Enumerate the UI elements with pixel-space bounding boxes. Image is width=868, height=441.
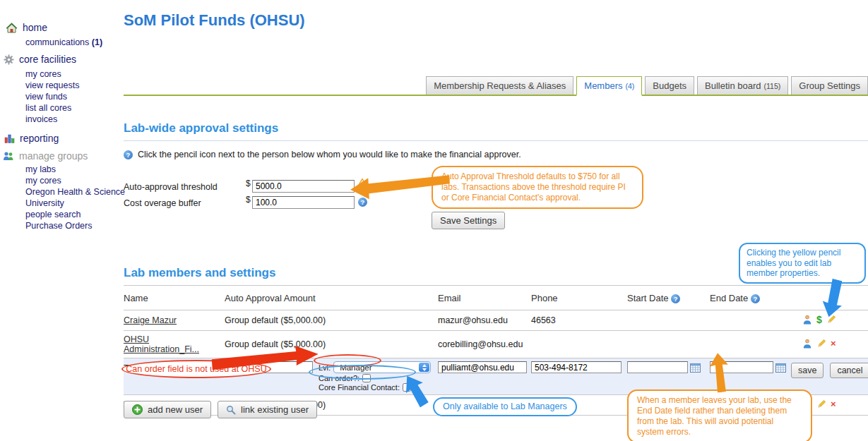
sidebar-item-manage-groups[interactable]: manage groups xyxy=(3,150,88,162)
reporting-label: reporting xyxy=(20,133,59,144)
sidebar-item-my-cores-2[interactable]: my cores xyxy=(25,175,126,186)
dollar-icon[interactable]: $ xyxy=(816,314,822,325)
save-button[interactable]: save xyxy=(791,363,824,378)
can-order-checkbox[interactable] xyxy=(362,374,371,382)
approval-help-text: Click the pencil icon next to the person… xyxy=(138,150,521,159)
tab-label: Group Settings xyxy=(799,77,860,95)
tab-label: Membership Requests & Aliases xyxy=(434,77,566,95)
home-icon xyxy=(6,23,18,33)
calendar-icon[interactable] xyxy=(775,363,786,373)
tab-count: (115) xyxy=(764,78,781,95)
link-existing-user-button[interactable]: link existing user xyxy=(218,401,317,418)
core-facilities-label: core facilities xyxy=(19,54,76,65)
member-email: mazur@ohsu.edu xyxy=(438,310,531,331)
tab-label: Members xyxy=(584,77,622,95)
sidebar-item-invoices[interactable]: invoices xyxy=(25,114,126,125)
cancel-button[interactable]: cancel xyxy=(830,363,868,378)
select-stepper-icon xyxy=(419,363,429,372)
sidebar-item-people-search[interactable]: people search xyxy=(25,209,126,220)
tab-budgets[interactable]: Budgets xyxy=(645,76,694,95)
person-icon xyxy=(802,315,812,325)
tab-bar: Membership Requests & Aliases Members(4)… xyxy=(124,76,868,96)
sidebar-item-home[interactable]: home xyxy=(6,22,47,33)
delete-icon[interactable]: × xyxy=(831,399,836,409)
col-phone: Phone xyxy=(531,288,627,310)
pencil-icon[interactable] xyxy=(826,315,836,325)
lab-managers-callout: Only available to Lab Managers xyxy=(433,397,577,416)
threshold-callout: Auto Approval Threshold defaults to $750… xyxy=(432,166,643,209)
tab-count: (4) xyxy=(626,78,635,95)
currency-symbol: $ xyxy=(246,195,251,205)
manage-groups-label: manage groups xyxy=(19,150,88,162)
warning-icon xyxy=(357,178,368,191)
sidebar-item-ohsu[interactable]: Oregon Health & Science University xyxy=(25,186,126,209)
sidebar-item-core-facilities[interactable]: core facilities xyxy=(4,54,76,65)
col-name: Name xyxy=(124,288,225,310)
start-date-input[interactable] xyxy=(627,361,688,373)
col-end-date: End Date ? xyxy=(710,288,791,310)
tab-label: Bulletin board xyxy=(705,77,761,95)
can-order-callout: Can order field is not used at OHSU xyxy=(121,360,271,378)
tab-members[interactable]: Members(4) xyxy=(576,76,642,96)
delete-icon[interactable]: × xyxy=(831,338,836,349)
level-label: Lvl: xyxy=(319,363,331,372)
add-new-user-button[interactable]: add new user xyxy=(124,401,211,418)
buffer-input[interactable] xyxy=(252,196,355,209)
sidebar-item-reporting[interactable]: reporting xyxy=(4,133,59,144)
table-row: OHSU Administration_Fi... Group default … xyxy=(124,331,868,358)
level-select[interactable]: Manager xyxy=(333,361,431,373)
save-settings-button[interactable]: Save Settings xyxy=(432,212,505,229)
pencil-icon[interactable] xyxy=(816,399,826,409)
tab-membership-requests[interactable]: Membership Requests & Aliases xyxy=(426,76,573,95)
tab-label: Budgets xyxy=(653,77,686,95)
calendar-icon[interactable] xyxy=(690,363,701,373)
add-new-user-label: add new user xyxy=(148,404,203,415)
sidebar-home-label: home xyxy=(23,22,47,33)
pencil-callout: Clicking the yellow pencil enables you t… xyxy=(739,243,866,284)
phone-input[interactable] xyxy=(531,361,622,373)
pencil-icon[interactable] xyxy=(816,339,826,349)
col-end-date-label: End Date xyxy=(710,293,748,303)
table-row: Craige Mazur Group default ($5,000.00) m… xyxy=(124,310,868,331)
gear-icon xyxy=(4,54,14,65)
people-icon xyxy=(3,151,14,161)
sidebar-item-view-requests[interactable]: view requests xyxy=(25,80,126,91)
currency-symbol: $ xyxy=(246,179,251,188)
help-icon[interactable]: ? xyxy=(358,198,367,207)
sidebar-item-purchase-orders[interactable]: Purchase Orders xyxy=(25,220,126,231)
member-phone: 46563 xyxy=(531,310,627,331)
member-name-link[interactable]: Craige Mazur xyxy=(124,315,177,325)
sidebar-item-communications[interactable]: communications (1) xyxy=(25,37,126,48)
member-name-link[interactable]: OHSU Administration_Fi... xyxy=(124,334,199,354)
buffer-label: Cost overage buffer xyxy=(124,198,201,208)
help-icon[interactable]: ? xyxy=(124,150,133,159)
level-select-value: Manager xyxy=(340,363,371,372)
col-start-date-label: Start Date xyxy=(627,293,669,303)
col-start-date: Start Date ? xyxy=(627,288,710,310)
member-phone xyxy=(531,331,627,358)
email-input[interactable] xyxy=(438,361,527,373)
sidebar-item-my-cores[interactable]: my cores xyxy=(25,68,126,80)
sidebar-item-my-labs[interactable]: my labs xyxy=(25,164,126,175)
end-date-input[interactable] xyxy=(710,361,773,373)
page-title: SoM Pilot Funds (OHSU) xyxy=(124,11,305,30)
threshold-input[interactable] xyxy=(252,180,355,193)
threshold-label: Auto-approval threshold xyxy=(124,182,218,192)
person-icon xyxy=(802,339,812,349)
sidebar-item-view-funds[interactable]: view funds xyxy=(25,91,126,102)
core-financial-label: Core Financial Contact: xyxy=(319,383,400,392)
sidebar-item-list-all-cores[interactable]: list all cores xyxy=(25,102,126,114)
link-existing-user-label: link existing user xyxy=(241,404,309,415)
add-icon xyxy=(132,404,143,415)
member-email: corebilling@ohsu.edu xyxy=(438,331,531,358)
bar-chart-icon xyxy=(4,133,15,143)
communications-count: (1) xyxy=(92,37,102,47)
search-icon xyxy=(226,405,236,415)
communications-label: communications xyxy=(25,37,89,47)
help-icon[interactable]: ? xyxy=(751,294,760,303)
member-amount: Group default ($5,000.00) xyxy=(225,310,438,331)
help-icon[interactable]: ? xyxy=(671,294,680,303)
tab-bulletin-board[interactable]: Bulletin board(115) xyxy=(697,76,788,95)
tab-group-settings[interactable]: Group Settings xyxy=(791,76,868,95)
core-financial-checkbox[interactable] xyxy=(403,383,411,392)
